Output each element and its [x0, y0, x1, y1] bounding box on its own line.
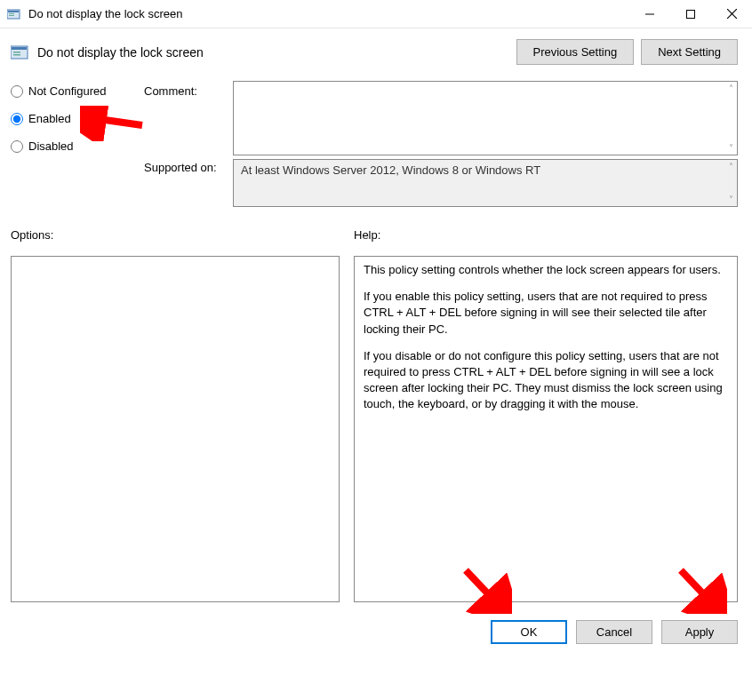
supported-on-label: Supported on:: [144, 155, 233, 174]
radio-label: Enabled: [28, 112, 71, 125]
scroll-up-icon: ˄: [729, 84, 733, 93]
scroll-down-icon: ˅: [729, 195, 733, 204]
help-box: This policy setting controls whether the…: [354, 256, 738, 602]
supported-on-box: At least Windows Server 2012, Windows 8 …: [233, 159, 738, 207]
radio-disabled[interactable]: Disabled: [11, 139, 144, 153]
maximize-button[interactable]: [670, 0, 711, 28]
radio-enabled[interactable]: Enabled: [11, 112, 144, 125]
radio-label: Disabled: [28, 139, 74, 153]
radio-label: Not Configured: [28, 84, 106, 98]
policy-icon: [7, 7, 21, 21]
scroll-up-icon: ˄: [729, 162, 733, 171]
svg-rect-1: [8, 11, 19, 12]
help-paragraph: If you enable this policy setting, users…: [364, 289, 728, 338]
policy-icon: [11, 43, 30, 62]
options-box: [11, 256, 340, 602]
ok-button[interactable]: OK: [491, 620, 567, 644]
policy-title: Do not display the lock screen: [37, 45, 516, 60]
radio-disabled-input[interactable]: [11, 140, 23, 153]
dialog-footer: OK Cancel Apply: [0, 609, 752, 644]
radio-not-configured-input[interactable]: [11, 85, 23, 98]
comment-label: Comment:: [144, 81, 233, 98]
svg-rect-11: [13, 54, 20, 56]
svg-rect-5: [687, 10, 695, 18]
supported-on-text: At least Windows Server 2012, Windows 8 …: [241, 163, 540, 177]
options-label: Options:: [11, 228, 340, 242]
svg-rect-3: [9, 15, 14, 16]
cancel-button[interactable]: Cancel: [576, 620, 652, 644]
help-paragraph: This policy setting controls whether the…: [364, 262, 728, 278]
help-label: Help:: [354, 228, 738, 242]
close-button[interactable]: [711, 0, 752, 28]
header-row: Do not display the lock screen Previous …: [11, 39, 738, 65]
svg-rect-2: [9, 13, 14, 14]
window-controls: [629, 0, 752, 28]
svg-rect-10: [13, 52, 20, 53]
apply-button[interactable]: Apply: [661, 620, 738, 644]
state-radios: Not Configured Enabled Disabled: [11, 81, 144, 167]
radio-enabled-input[interactable]: [11, 113, 23, 125]
comment-textarea[interactable]: ˄ ˅: [233, 81, 738, 155]
scroll-down-icon: ˅: [729, 143, 733, 153]
minimize-button[interactable]: [629, 0, 670, 28]
help-paragraph: If you disable or do not configure this …: [364, 348, 728, 413]
radio-not-configured[interactable]: Not Configured: [11, 84, 144, 98]
previous-setting-button[interactable]: Previous Setting: [516, 39, 635, 65]
titlebar: Do not display the lock screen: [0, 0, 752, 28]
next-setting-button[interactable]: Next Setting: [641, 39, 738, 65]
svg-rect-9: [12, 47, 27, 50]
window-title: Do not display the lock screen: [28, 7, 629, 20]
